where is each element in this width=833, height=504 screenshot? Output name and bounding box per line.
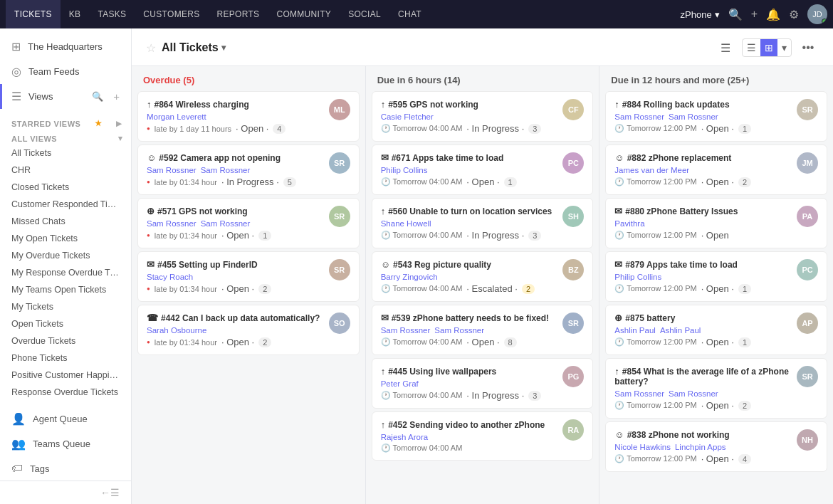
ticket-card[interactable]: ↑#560 Unable to turn on location service… [372, 198, 594, 248]
overdue-column-header: Overdue (5) [143, 75, 354, 85]
ticket-card[interactable]: ✉#455 Setting up FinderID Stacy Roach ● … [137, 251, 360, 302]
settings-icon[interactable]: ⚙ [789, 8, 799, 21]
ticket-avatar: JM [797, 152, 818, 174]
link-customer-responded[interactable]: Customer Responded Tick... [0, 196, 131, 213]
ticket-card[interactable]: ↑#864 Wireless charging Morgan Leverett … [137, 91, 360, 142]
add-view-icon[interactable]: + [113, 90, 120, 103]
ticket-avatar: PA [797, 206, 818, 227]
search-views-icon[interactable]: 🔍 [92, 91, 103, 102]
all-tickets-dropdown[interactable]: All Tickets ▾ [162, 41, 226, 54]
ticket-avatar: SR [329, 259, 350, 280]
ticket-avatar: SO [329, 313, 350, 334]
sidebar-collapse-button[interactable]: ←☰ [0, 481, 131, 504]
ticket-card[interactable]: ☺#882 zPhone replacement James van der M… [605, 145, 827, 195]
main-content: ☆ All Tickets ▾ ☰ ☰ ⊞ ▾ ••• [132, 28, 833, 504]
link-phone-tickets[interactable]: Phone Tickets [0, 350, 131, 367]
overdue-column: Overdue (5) ↑#864 Wireless charging Morg… [132, 66, 365, 504]
search-icon[interactable]: 🔍 [728, 8, 743, 21]
link-my-response-overdue[interactable]: My Response Overdue Tic... [0, 264, 131, 281]
link-overdue-tickets[interactable]: Overdue Tickets [0, 332, 131, 350]
nav-item-kb[interactable]: KB [61, 0, 90, 28]
expand-starred-icon[interactable]: ▶ [116, 120, 122, 127]
list-view-btn[interactable]: ☰ [743, 39, 760, 56]
sidebar: ⊞ The Headquarters ◎ Team Feeds ☰ Views … [0, 28, 132, 504]
ticket-avatar: SR [797, 366, 818, 387]
all-views-header: ALL VIEWS ▾ [0, 130, 131, 145]
ticket-card[interactable]: ↑#445 Using live wallpapers Peter Graf 🕐… [372, 358, 594, 409]
ticket-card[interactable]: ☎#442 Can I back up data automatically? … [137, 305, 360, 355]
ticket-card[interactable]: ✉#879 Apps take time to load Philip Coll… [605, 251, 827, 302]
sidebar-item-headquarters[interactable]: ⊞ The Headquarters [0, 34, 131, 59]
ticket-card[interactable]: ↑#595 GPS not working Casie Fletcher 🕐 T… [372, 91, 594, 142]
zphone-selector[interactable]: zPhone ▾ [681, 9, 720, 20]
ticket-avatar: AP [797, 313, 818, 334]
tags-icon: 🏷 [11, 462, 23, 475]
nav-item-tasks[interactable]: TASKS [89, 0, 135, 28]
nav-item-tickets[interactable]: TICKETS [6, 0, 61, 28]
link-my-teams-open[interactable]: My Teams Open Tickets [0, 281, 131, 298]
nav-item-customers[interactable]: CUSTOMERS [135, 0, 208, 28]
favorite-star-icon[interactable]: ☆ [146, 41, 156, 55]
due12hours-column-header: Due in 12 hours and more (25+) [611, 75, 822, 85]
views-icon: ☰ [11, 90, 21, 103]
nav-item-social[interactable]: SOCIAL [340, 0, 389, 28]
ticket-avatar: SR [329, 206, 350, 227]
sidebar-item-views[interactable]: ☰ Views 🔍 + [0, 84, 131, 109]
feeds-icon: ◎ [11, 65, 21, 78]
more-options-icon[interactable]: ••• [797, 37, 819, 58]
teams-queue-icon: 👥 [11, 437, 26, 451]
ticket-avatar: SR [329, 152, 350, 174]
nav-item-chat[interactable]: CHAT [389, 0, 430, 28]
link-my-tickets[interactable]: My Tickets [0, 298, 131, 315]
link-my-overdue-tickets[interactable]: My Overdue Tickets [0, 247, 131, 264]
link-open-tickets[interactable]: Open Tickets [0, 315, 131, 332]
ticket-card[interactable]: ⊕#875 battery Ashlin Paul Ashlin Paul 🕐 … [605, 305, 827, 355]
link-positive-customer[interactable]: Positive Customer Happin... [0, 367, 131, 384]
ticket-avatar: SR [797, 99, 818, 120]
link-response-overdue[interactable]: Response Overdue Tickets [0, 384, 131, 401]
collapse-views-icon[interactable]: ▾ [118, 134, 123, 143]
ticket-card[interactable]: ☺#592 Camera app not opening Sam Rossner… [137, 145, 360, 195]
ticket-card[interactable]: ☺#543 Reg picture quality Barry Zingovic… [372, 251, 594, 302]
ticket-avatar: PC [797, 259, 818, 280]
link-my-open-tickets[interactable]: My Open Tickets [0, 230, 131, 247]
agent-queue-icon: 👤 [11, 412, 26, 426]
ticket-card[interactable]: ↑#884 Rolling back updates Sam Rossner S… [605, 91, 827, 142]
ticket-card[interactable]: ✉#880 zPhone Battery Issues Pavithra 🕐 T… [605, 198, 827, 248]
link-closed-tickets[interactable]: Closed Tickets [0, 179, 131, 196]
dropdown-view-btn[interactable]: ▾ [777, 39, 791, 56]
star-icon: ★ [95, 119, 103, 128]
overdue-tickets-list: ↑#864 Wireless charging Morgan Leverett … [132, 91, 365, 504]
online-indicator [822, 19, 827, 24]
tickets-columns: Overdue (5) ↑#864 Wireless charging Morg… [132, 66, 833, 504]
top-navigation: TICKETS KB TASKS CUSTOMERS REPORTS COMMU… [0, 0, 833, 28]
ticket-card[interactable]: ⊕#571 GPS not working Sam Rossner Sam Ro… [137, 198, 360, 248]
ticket-card[interactable]: ☺#838 zPhone not working Nicole Hawkins … [605, 421, 827, 472]
ticket-card[interactable]: ↑#452 Sending video to another zPhone Ra… [372, 411, 594, 461]
starred-views-header: STARRED VIEWS ★ ▶ [0, 115, 131, 130]
sidebar-item-agent-queue[interactable]: 👤 Agent Queue [0, 406, 131, 431]
link-all-tickets[interactable]: All Tickets [0, 145, 131, 162]
ticket-avatar: PC [562, 152, 584, 174]
sidebar-item-tags[interactable]: 🏷 Tags [0, 456, 131, 481]
ticket-avatar: NH [797, 429, 818, 451]
ticket-avatar: ML [329, 99, 350, 120]
grid-view-btn[interactable]: ⊞ [760, 39, 777, 56]
notifications-icon[interactable]: 🔔 [766, 8, 780, 21]
ticket-avatar: RA [562, 419, 584, 441]
due6hours-tickets-list: ↑#595 GPS not working Casie Fletcher 🕐 T… [366, 91, 599, 504]
nav-item-reports[interactable]: REPORTS [209, 0, 268, 28]
sidebar-item-teams-queue[interactable]: 👥 Teams Queue [0, 431, 131, 456]
link-missed-chats[interactable]: Missed Chats [0, 213, 131, 230]
ticket-avatar: PG [562, 366, 584, 387]
avatar[interactable]: JD [807, 4, 827, 24]
ticket-card[interactable]: ✉#671 Apps take time to load Philip Coll… [372, 145, 594, 195]
nav-item-community[interactable]: COMMUNITY [268, 0, 340, 28]
sidebar-item-teamfeeds[interactable]: ◎ Team Feeds [0, 59, 131, 84]
link-chr[interactable]: CHR [0, 162, 131, 179]
ticket-card[interactable]: ✉#539 zPhone battery needs to be fixed! … [372, 305, 594, 355]
add-icon[interactable]: + [751, 8, 758, 21]
ticket-card[interactable]: ↑#854 What is the average life of a zPho… [605, 358, 827, 419]
list-view-icon[interactable]: ☰ [715, 37, 736, 58]
due12hours-column: Due in 12 hours and more (25+) ↑#884 Rol… [599, 66, 833, 504]
